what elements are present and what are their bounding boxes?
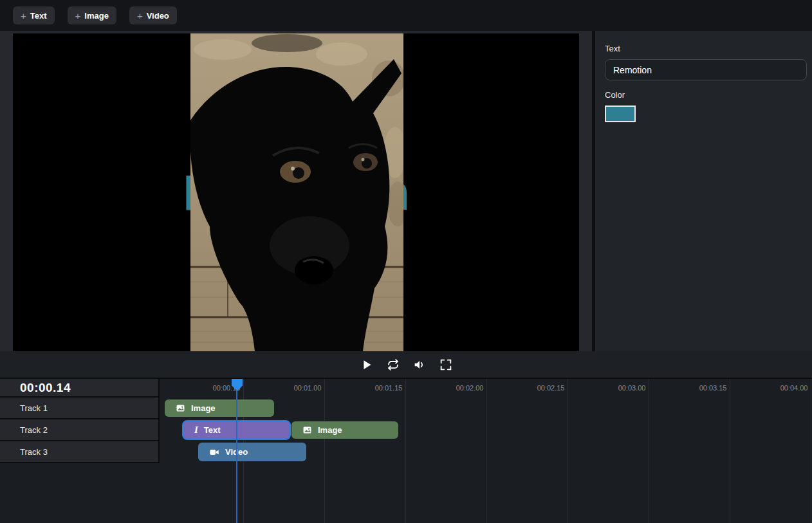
- clip-label: Text: [204, 425, 221, 435]
- fullscreen-icon: [439, 358, 453, 372]
- track-header-3: Track 3: [0, 441, 158, 463]
- inspector-panel: Text Color: [595, 31, 812, 351]
- image-icon: [176, 403, 185, 413]
- track-header-1: Track 1: [0, 398, 158, 419]
- timecode-display: 00:00.14: [0, 379, 158, 398]
- dog-photo: [190, 33, 403, 351]
- loop-icon: [386, 358, 400, 372]
- video-camera-icon: [209, 447, 219, 457]
- timeline: 00:00.14 Track 1Track 2Track 3 00:00.150…: [0, 378, 812, 523]
- ruler-gridline: [730, 379, 730, 523]
- play-icon: [360, 358, 374, 372]
- text-input[interactable]: [605, 59, 807, 80]
- ruler-gridline: [405, 379, 406, 523]
- ruler-gridline: [486, 379, 487, 523]
- main-area: Remotion: [0, 31, 812, 351]
- ruler-tick-label: 00:02.15: [507, 379, 565, 398]
- play-button[interactable]: [359, 357, 374, 372]
- ruler-gridline: [567, 379, 568, 523]
- text-field-label: Text: [605, 44, 807, 53]
- add-text-button[interactable]: +Text: [13, 6, 55, 24]
- add-video-button[interactable]: +Video: [129, 6, 177, 24]
- preview-canvas: Remotion: [13, 33, 579, 351]
- volume-button[interactable]: [412, 357, 427, 372]
- plus-icon: +: [21, 11, 26, 21]
- track-header-2: Track 2: [0, 419, 158, 441]
- playhead-line: [236, 379, 237, 523]
- timeline-tracks-area[interactable]: 00:00.1500:01.0000:01.1500:02.0000:02.15…: [160, 379, 812, 523]
- video-clip[interactable]: Video: [198, 443, 306, 461]
- ruler-gridline: [811, 379, 811, 523]
- image-icon: [302, 425, 312, 435]
- color-swatch[interactable]: [605, 106, 636, 122]
- text-italic-icon: I: [194, 425, 198, 435]
- plus-icon: +: [137, 11, 143, 21]
- ruler-gridline: [324, 379, 325, 523]
- clip-label: Image: [191, 403, 216, 413]
- image-clip[interactable]: Image: [291, 421, 398, 439]
- ruler-tick-label: 00:04.00: [750, 379, 808, 398]
- color-field-label: Color: [605, 90, 807, 100]
- ruler-tick-label: 00:03.00: [588, 379, 646, 398]
- fullscreen-button[interactable]: [438, 357, 454, 372]
- ruler-tick-label: 00:03.15: [669, 379, 727, 398]
- ruler-gridline: [649, 379, 649, 523]
- toolbar: +Text+Image+Video: [0, 0, 812, 31]
- add-image-button[interactable]: +Image: [68, 6, 116, 24]
- ruler-tick-label: 00:02.00: [426, 379, 484, 398]
- loop-button[interactable]: [385, 357, 401, 372]
- preview-area: Remotion: [0, 31, 592, 351]
- volume-icon: [412, 358, 427, 372]
- ruler-tick-label: 00:01.00: [264, 379, 322, 398]
- image-clip[interactable]: Image: [165, 399, 274, 417]
- ruler-tick-label: 00:01.15: [345, 379, 403, 398]
- plus-icon: +: [75, 11, 81, 21]
- timeline-header-column: 00:00.14 Track 1Track 2Track 3: [0, 379, 160, 463]
- clip-label: Image: [318, 425, 342, 435]
- transport-bar: [0, 351, 812, 378]
